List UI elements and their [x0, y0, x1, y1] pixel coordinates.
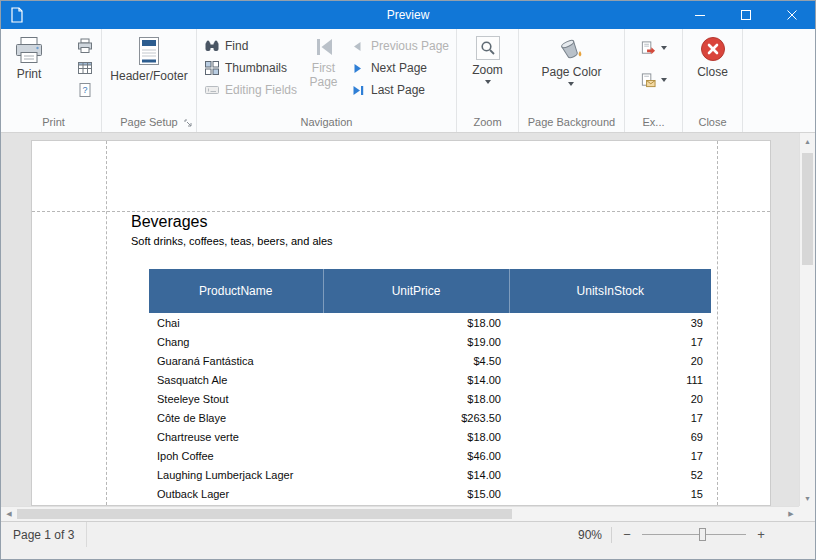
window-controls: [677, 1, 815, 29]
table-cell: $18.00: [323, 389, 509, 408]
table-row: Sasquatch Ale$14.00111: [149, 370, 711, 389]
table-cell: 20: [509, 351, 711, 370]
last-page-label: Last Page: [371, 83, 425, 97]
report-table: ProductNameUnitPriceUnitsInStock Chai$18…: [149, 269, 711, 503]
scrollbar-corner: [799, 506, 815, 521]
magnifier-icon: [476, 36, 500, 60]
find-button[interactable]: Find: [204, 38, 297, 54]
table-column-header: ProductName: [149, 269, 323, 313]
group-caption-zoom: Zoom: [457, 114, 518, 132]
horizontal-scrollbar[interactable]: ◀ ▶: [1, 506, 799, 521]
table-cell: 20: [509, 389, 711, 408]
table-cell: 17: [509, 332, 711, 351]
editing-fields-button[interactable]: Editing Fields: [204, 82, 297, 98]
zoom-controls: 90% − +: [578, 522, 815, 547]
send-email-button[interactable]: [640, 72, 667, 88]
group-caption-page-setup: Page Setup: [102, 114, 196, 132]
zoom-in-button[interactable]: +: [755, 527, 767, 542]
table-cell: 17: [509, 446, 711, 465]
previous-page-label: Previous Page: [371, 39, 449, 53]
first-page-label: First Page: [298, 61, 350, 90]
vertical-scrollbar[interactable]: ▲ ▼: [799, 133, 815, 506]
ribbon-group-zoom: Zoom Zoom: [457, 29, 519, 132]
horizontal-scroll-thumb[interactable]: [17, 509, 512, 519]
export-document-icon: [640, 40, 656, 57]
question-page-icon: ?: [77, 82, 93, 98]
header-footer-button[interactable]: Header/Footer: [110, 29, 187, 83]
margin-guide-top: [32, 211, 770, 212]
margin-guide-left: [106, 141, 107, 505]
table-cell: Chang: [149, 332, 323, 351]
zoom-button[interactable]: Zoom: [472, 29, 503, 84]
scroll-down-icon[interactable]: ▼: [800, 490, 815, 506]
thumbnails-button[interactable]: Thumbnails: [204, 60, 297, 76]
ribbon-group-navigation: Find Thumbnails: [197, 29, 457, 132]
dialog-launcher-icon[interactable]: [184, 119, 193, 128]
print-info-button[interactable]: ?: [77, 82, 93, 98]
next-page-label: Next Page: [371, 61, 427, 75]
table-cell: Ipoh Coffee: [149, 446, 323, 465]
close-icon: [787, 10, 797, 20]
zoom-out-button[interactable]: −: [621, 527, 633, 542]
quick-print-button[interactable]: [77, 38, 93, 54]
ribbon-group-page-background: Page Color Page Background: [519, 29, 625, 132]
window-frame-bottom: [1, 547, 815, 559]
group-caption-export: Ex...: [625, 114, 682, 132]
group-caption-print: Print: [6, 114, 101, 132]
preview-window: Preview: [0, 0, 816, 560]
last-page-icon: [350, 85, 366, 96]
table-column-header: UnitsInStock: [509, 269, 711, 313]
zoom-button-label: Zoom: [472, 63, 503, 77]
export-to-button[interactable]: [640, 40, 667, 56]
page-color-button[interactable]: Page Color: [541, 29, 601, 86]
vertical-scroll-thumb[interactable]: [802, 153, 813, 265]
previous-page-button[interactable]: Previous Page: [350, 38, 449, 54]
table-row: Côte de Blaye$263.5017: [149, 408, 711, 427]
last-page-button[interactable]: Last Page: [350, 82, 449, 98]
chevron-down-icon: [485, 80, 491, 84]
table-cell: 69: [509, 427, 711, 446]
first-page-button[interactable]: First Page: [298, 29, 350, 90]
scroll-up-icon[interactable]: ▲: [800, 133, 815, 149]
titlebar: Preview: [1, 1, 815, 29]
header-footer-icon: [135, 36, 163, 66]
table-header-row: ProductNameUnitPriceUnitsInStock: [149, 269, 711, 313]
report-subtitle: Soft drinks, coffees, teas, beers, and a…: [131, 235, 333, 247]
table-row: Chartreuse verte$18.0069: [149, 427, 711, 446]
close-red-icon: [700, 36, 726, 62]
close-window-button[interactable]: [769, 1, 815, 29]
maximize-button[interactable]: [723, 1, 769, 29]
margin-guide-right: [717, 141, 718, 505]
zoom-slider[interactable]: [642, 527, 746, 542]
table-cell: $18.00: [323, 313, 509, 332]
report-page: Beverages Soft drinks, coffees, teas, be…: [31, 140, 771, 506]
zoom-slider-thumb[interactable]: [699, 528, 706, 541]
editing-fields-icon: [204, 82, 220, 98]
next-page-button[interactable]: Next Page: [350, 60, 449, 76]
printer-small-icon: [77, 38, 93, 54]
thumbnails-label: Thumbnails: [225, 61, 287, 75]
scroll-left-icon[interactable]: ◀: [1, 507, 17, 521]
close-preview-button[interactable]: Close: [697, 29, 728, 79]
printer-icon: [14, 36, 44, 64]
table-cell: Steeleye Stout: [149, 389, 323, 408]
table-row: Laughing Lumberjack Lager$14.0052: [149, 465, 711, 484]
chevron-down-icon: [661, 78, 667, 82]
table-cell: Guaraná Fantástica: [149, 351, 323, 370]
table-row: Guaraná Fantástica$4.5020: [149, 351, 711, 370]
svg-text:?: ?: [82, 85, 87, 95]
scroll-right-icon[interactable]: ▶: [783, 507, 799, 521]
first-page-icon: [313, 36, 335, 58]
table-cell: $14.00: [323, 370, 509, 389]
close-preview-label: Close: [697, 65, 728, 79]
print-options-button[interactable]: [77, 60, 93, 76]
table-cell: $15.00: [323, 484, 509, 503]
print-button[interactable]: Print: [14, 29, 44, 81]
table-column-header: UnitPrice: [323, 269, 509, 313]
zoom-slider-track[interactable]: [642, 534, 746, 535]
statusbar-divider: [611, 527, 612, 543]
minimize-button[interactable]: [677, 1, 723, 29]
table-cell: 52: [509, 465, 711, 484]
table-cell: Chartreuse verte: [149, 427, 323, 446]
print-button-label: Print: [17, 67, 42, 81]
